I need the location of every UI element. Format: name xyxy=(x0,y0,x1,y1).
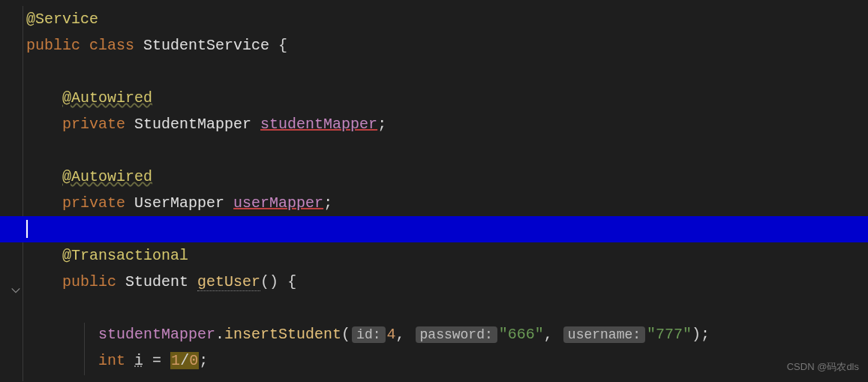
type-name: StudentMapper xyxy=(134,116,251,133)
keyword-class: class xyxy=(89,37,134,54)
param-hint-password: password: xyxy=(416,326,497,343)
code-editor[interactable]: @Service public class StudentService { @… xyxy=(0,0,868,374)
method-name: getUser xyxy=(197,273,260,291)
type-name: UserMapper xyxy=(134,194,224,212)
indent-guide-inner xyxy=(84,323,85,375)
param-hint-id: id: xyxy=(352,326,385,343)
current-line xyxy=(0,216,868,242)
string-literal: "777" xyxy=(647,326,692,343)
field-name: userMapper xyxy=(233,194,323,212)
keyword-private: private xyxy=(62,194,125,212)
code-line: studentMapper.insertStudent(id:4, passwo… xyxy=(26,321,868,347)
annotation: @Service xyxy=(26,11,98,28)
class-name: StudentService xyxy=(143,37,269,54)
code-line: @Transactional xyxy=(26,242,868,269)
code-line xyxy=(26,59,868,85)
open-brace: { xyxy=(278,37,287,54)
param-hint-username: username: xyxy=(563,326,645,343)
method-call: insertStudent xyxy=(224,326,341,343)
annotation-autowired: @Autowired xyxy=(62,89,152,107)
text-cursor xyxy=(26,220,28,238)
semicolon: ; xyxy=(323,194,332,212)
variable: i xyxy=(134,352,143,369)
code-line: @Autowired xyxy=(26,164,868,190)
code-line xyxy=(26,137,868,164)
number-literal: 4 xyxy=(387,326,396,343)
semicolon: ; xyxy=(377,116,386,133)
field-ref: studentMapper xyxy=(98,326,215,343)
field-name: studentMapper xyxy=(260,116,377,133)
code-line: private StudentMapper studentMapper; xyxy=(26,111,868,137)
watermark: CSDN @码农dls xyxy=(787,359,859,376)
code-line: @Autowired xyxy=(26,85,868,111)
code-line: private UserMapper userMapper; xyxy=(26,190,868,216)
code-line: public Student getUser() { xyxy=(26,269,868,295)
code-line: @Service xyxy=(26,6,868,32)
return-type: Student xyxy=(125,273,188,290)
keyword-public: public xyxy=(26,37,80,54)
keyword-public: public xyxy=(62,273,116,290)
string-literal: "666" xyxy=(499,326,544,343)
keyword-private: private xyxy=(62,116,125,133)
open-brace: { xyxy=(287,273,296,290)
code-line: public class StudentService { xyxy=(26,32,868,59)
parens: () xyxy=(260,273,278,290)
annotation-autowired: @Autowired xyxy=(62,168,152,185)
keyword-int: int xyxy=(98,352,125,369)
annotation-transactional: @Transactional xyxy=(62,247,188,264)
code-line xyxy=(26,295,868,321)
number-literal: 1 xyxy=(171,352,180,369)
number-literal: 0 xyxy=(189,352,198,369)
semicolon: ; xyxy=(199,352,208,369)
code-line: int i = 1/0; xyxy=(26,347,868,374)
